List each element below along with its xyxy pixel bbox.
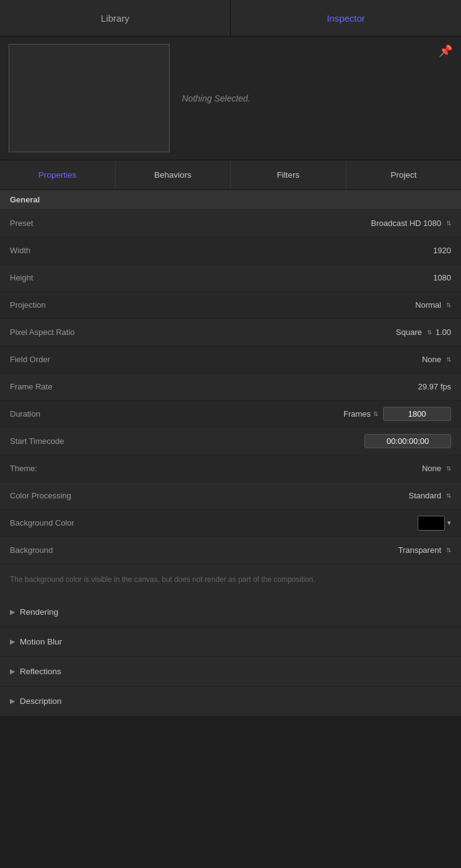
section-reflections[interactable]: ▶ Reflections [0,657,461,687]
color-swatch-container: ▾ [418,516,451,531]
sub-tab-bar: Properties Behaviors Filters Project [0,160,461,190]
value-duration: Frames ⇅ [109,407,451,421]
field-order-stepper[interactable]: ⇅ [446,356,451,363]
background-color-swatch[interactable] [418,516,445,531]
value-start-timecode [109,434,451,448]
background-info-text: The background color is visible in the c… [0,564,461,597]
start-timecode-input[interactable] [364,434,451,448]
label-projection: Projection [10,300,109,310]
row-color-processing: Color Processing Standard ⇅ [0,482,461,510]
label-field-order: Field Order [10,355,109,364]
duration-input[interactable] [383,407,451,421]
row-field-order: Field Order None ⇅ [0,346,461,373]
tab-library[interactable]: Library [0,0,231,36]
reflections-arrow: ▶ [10,667,15,675]
row-start-timecode: Start Timecode [0,428,461,455]
row-duration: Duration Frames ⇅ [0,401,461,428]
duration-unit-stepper[interactable]: ⇅ [373,410,378,417]
tab-filters[interactable]: Filters [231,160,347,189]
tab-properties[interactable]: Properties [0,160,116,189]
value-width: 1920 [109,246,451,255]
preview-thumbnail [9,44,170,152]
par-value: Square ⇅ 1.00 [396,328,451,337]
label-background: Background [10,545,109,555]
preview-area: Nothing Selected. 📌 [0,37,461,160]
value-background: Transparent ⇅ [109,545,451,555]
properties-table: Preset Broadcast HD 1080 ⇅ Width 1920 He… [0,210,461,597]
section-description[interactable]: ▶ Description [0,687,461,716]
label-start-timecode: Start Timecode [10,436,109,446]
projection-stepper[interactable]: ⇅ [446,302,451,308]
value-field-order: None ⇅ [109,355,451,364]
value-theme: None ⇅ [109,464,451,473]
row-theme: Theme: None ⇅ [0,455,461,482]
color-processing-stepper[interactable]: ⇅ [446,492,451,499]
rendering-label: Rendering [20,607,58,617]
label-pixel-aspect-ratio: Pixel Aspect Ratio [10,328,109,337]
par-stepper[interactable]: ⇅ [427,329,432,336]
background-color-dropdown[interactable]: ▾ [447,519,451,527]
tab-behaviors[interactable]: Behaviors [116,160,231,189]
theme-stepper[interactable]: ⇅ [446,465,451,472]
section-motion-blur[interactable]: ▶ Motion Blur [0,627,461,657]
label-preset: Preset [10,219,109,228]
label-height: Height [10,273,109,282]
value-background-color: ▾ [109,516,451,531]
description-arrow: ▶ [10,697,15,705]
duration-unit-select[interactable]: Frames ⇅ [343,409,378,419]
row-background: Background Transparent ⇅ [0,537,461,564]
rendering-arrow: ▶ [10,608,15,616]
description-label: Description [20,697,62,706]
row-frame-rate: Frame Rate 29.97 fps [0,373,461,401]
tab-inspector[interactable]: Inspector [231,0,461,36]
value-color-processing: Standard ⇅ [109,491,451,500]
value-preset: Broadcast HD 1080 ⇅ [109,219,451,228]
label-frame-rate: Frame Rate [10,382,109,391]
row-projection: Projection Normal ⇅ [0,292,461,319]
motion-blur-arrow: ▶ [10,638,15,646]
label-color-processing: Color Processing [10,491,109,500]
value-pixel-aspect-ratio: Square ⇅ 1.00 [109,328,451,337]
reflections-label: Reflections [20,667,61,676]
pin-icon[interactable]: 📌 [439,44,452,58]
value-height: 1080 [109,273,451,282]
label-duration: Duration [10,409,109,419]
main-tab-bar: Library Inspector [0,0,461,37]
row-width: Width 1920 [0,237,461,264]
duration-inline: Frames ⇅ [343,407,451,421]
background-stepper[interactable]: ⇅ [446,547,451,553]
label-background-color: Background Color [10,518,109,527]
preset-stepper[interactable]: ⇅ [446,220,451,227]
section-rendering[interactable]: ▶ Rendering [0,597,461,627]
label-theme: Theme: [10,464,109,473]
value-frame-rate: 29.97 fps [109,382,451,391]
value-projection: Normal ⇅ [109,300,451,310]
label-width: Width [10,246,109,255]
preview-nothing-selected: Nothing Selected. [182,93,251,103]
general-section-header: General [0,190,461,210]
tab-project[interactable]: Project [347,160,462,189]
row-height: Height 1080 [0,264,461,292]
row-preset: Preset Broadcast HD 1080 ⇅ [0,210,461,237]
row-pixel-aspect-ratio: Pixel Aspect Ratio Square ⇅ 1.00 [0,319,461,346]
row-background-color: Background Color ▾ [0,510,461,537]
motion-blur-label: Motion Blur [20,637,62,646]
